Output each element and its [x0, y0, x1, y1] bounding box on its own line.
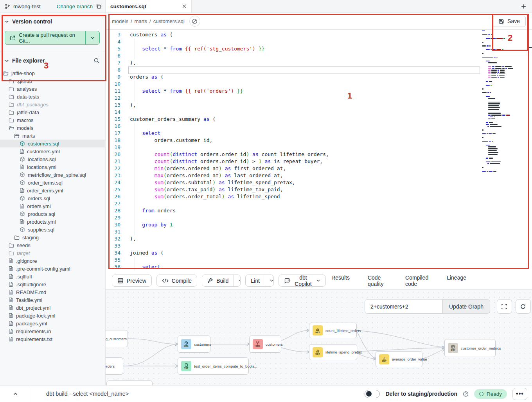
tree-item-requirements-in[interactable]: requirements.in: [0, 327, 105, 335]
save-button[interactable]: Save: [492, 16, 526, 27]
code-line[interactable]: [130, 123, 532, 130]
code-line[interactable]: sum(orders.tax_paid) as lifetime_tax_pai…: [130, 186, 532, 193]
tab-close-icon[interactable]: [182, 4, 187, 9]
more-options-button[interactable]: •••: [512, 388, 527, 400]
tree-item-locations-sql[interactable]: locations.sql: [0, 155, 105, 163]
tab-lineage[interactable]: Lineage: [446, 269, 467, 292]
code-line[interactable]: customer_orders_summary as (: [130, 116, 532, 123]
tab-compiled-code[interactable]: Compiled code: [404, 269, 430, 292]
code-line[interactable]: select * from {{ ref('orders') }}: [130, 88, 532, 95]
code-line[interactable]: [130, 81, 532, 88]
lineage-node-customer-order-metrics[interactable]: QRYcustomer_order_metrics: [444, 339, 496, 357]
code-line[interactable]: [130, 66, 532, 74]
tree-item-analyses[interactable]: analyses: [0, 85, 105, 93]
tab-customers-sql[interactable]: customers.sql: [106, 0, 192, 13]
version-control-header[interactable]: Version control: [5, 18, 100, 25]
update-graph-button[interactable]: Update Graph: [442, 300, 490, 313]
code-lines[interactable]: customers as ( select * from {{ ref('stg…: [123, 30, 532, 271]
tree-item-products-yml[interactable]: products.yml: [0, 218, 105, 226]
code-line[interactable]: sum(orders.subtotal) as lifetime_spend_p…: [130, 179, 532, 186]
dbt-copilot-button[interactable]: dbt Copilot: [279, 275, 326, 287]
code-line[interactable]: [130, 95, 532, 102]
tree-item-jaffle-shop[interactable]: jaffle-shop: [0, 69, 105, 77]
tab-results[interactable]: Results: [331, 269, 350, 292]
code-editor[interactable]: 2345678910111213141516171819202122232425…: [106, 30, 532, 272]
refresh-button[interactable]: [516, 299, 531, 314]
preview-button[interactable]: Preview: [112, 275, 152, 287]
tree-item-requirements-txt[interactable]: requirements.txt: [0, 335, 105, 343]
fullscreen-button[interactable]: [497, 299, 512, 314]
editor-minimap[interactable]: [482, 31, 515, 195]
code-line[interactable]: [130, 228, 532, 235]
lineage-node-count-lifetime-orders[interactable]: METcount_lifetime_orders: [309, 323, 357, 338]
build-dropdown-caret[interactable]: [234, 275, 241, 286]
lineage-node-lifetime-spend-pretax[interactable]: METlifetime_spend_pretax: [309, 344, 357, 360]
code-line[interactable]: orders.customer_id,: [130, 137, 532, 144]
code-line[interactable]: ),: [130, 59, 532, 66]
cli-command-text[interactable]: dbt build --select <model_name>: [46, 391, 129, 397]
code-line[interactable]: [130, 109, 532, 116]
compile-button[interactable]: Compile: [156, 275, 197, 287]
search-icon[interactable]: [93, 57, 100, 64]
code-line[interactable]: min(orders.ordered_at) as first_ordered_…: [130, 165, 532, 172]
lint-button[interactable]: Lint: [246, 275, 265, 286]
code-line[interactable]: [130, 52, 532, 59]
tree-item-locations-yml[interactable]: locations.yml: [0, 163, 105, 171]
tree-item-packages-yml[interactable]: packages.yml: [0, 319, 105, 327]
tree-item-products-sql[interactable]: products.sql: [0, 210, 105, 218]
tree-item-orders-sql[interactable]: orders.sql: [0, 194, 105, 202]
tree-item-readme-md[interactable]: README.md: [0, 288, 105, 296]
tree-item-metricflow-time-spine-sql[interactable]: metricflow_time_spine.sql: [0, 171, 105, 179]
lineage-node-stg-customers[interactable]: MDLstg_customers: [106, 330, 128, 347]
tree-item-taskfile-yml[interactable]: Taskfile.yml: [0, 296, 105, 304]
copilot-dropdown-caret[interactable]: [316, 278, 320, 283]
tree-item-order-items-sql[interactable]: order_items.sql: [0, 179, 105, 187]
change-branch-link[interactable]: Change branch: [57, 4, 93, 9]
create-pull-request-button[interactable]: Create a pull request on Git...: [5, 31, 100, 45]
help-circle-icon[interactable]: [463, 391, 469, 397]
code-line[interactable]: customers as (: [130, 31, 532, 38]
tree-item-seeds[interactable]: seeds: [0, 241, 105, 249]
lineage-panel[interactable]: Update Graph MDLstg_customersMDLordersMD…: [106, 290, 532, 385]
tree-item-macros[interactable]: macros: [0, 116, 105, 124]
tree-item-marts[interactable]: marts: [0, 132, 105, 140]
tree-item-customers-sql[interactable]: customers.sql: [0, 140, 105, 147]
code-line[interactable]: sum(orders.order_total) as lifetime_spen…: [130, 193, 532, 200]
file-explorer-header[interactable]: File explorer: [0, 52, 105, 67]
copy-icon[interactable]: [96, 4, 101, 9]
docs-circle-slash-icon[interactable]: [189, 16, 200, 27]
defer-toggle[interactable]: [365, 390, 380, 398]
tree-item--pre-commit-config-yaml[interactable]: .pre-commit-config.yaml: [0, 265, 105, 273]
pr-dropdown-caret[interactable]: [85, 31, 99, 44]
code-line[interactable]: [130, 257, 532, 264]
tree-item-target[interactable]: target: [0, 249, 105, 257]
code-line[interactable]: select * from {{ ref('stg_customers') }}: [130, 45, 532, 52]
tree-item-customers-yml[interactable]: customers.yml: [0, 147, 105, 155]
tree-item--gitignore[interactable]: .gitignore: [0, 257, 105, 265]
code-line[interactable]: [130, 214, 532, 221]
lineage-node-orders[interactable]: MDLorders: [106, 357, 123, 375]
code-line[interactable]: select: [130, 130, 532, 137]
build-button[interactable]: Build: [202, 275, 234, 286]
lineage-node-customers[interactable]: SEMcustomers: [249, 336, 281, 353]
breadcrumb-marts[interactable]: marts: [135, 18, 147, 24]
code-line[interactable]: from orders: [130, 207, 532, 214]
code-line[interactable]: ),: [130, 235, 532, 242]
tree-item-jaffle-data[interactable]: jaffle-data: [0, 108, 105, 116]
code-line[interactable]: joined as (: [130, 249, 532, 257]
code-line[interactable]: count(distinct orders.order_id) > 1 as i…: [130, 158, 532, 165]
tree-item-data-tests[interactable]: data-tests: [0, 93, 105, 100]
code-line[interactable]: group by 1: [130, 221, 532, 228]
code-line[interactable]: [130, 38, 532, 45]
tree-item-models[interactable]: models: [0, 124, 105, 132]
code-line[interactable]: [130, 144, 532, 151]
lint-dropdown-caret[interactable]: [265, 275, 274, 286]
lineage-node[interactable]: [106, 380, 153, 385]
lineage-selector-input[interactable]: [365, 300, 442, 313]
code-line[interactable]: [130, 200, 532, 207]
tree-item-dbt-packages[interactable]: dbt_packages: [0, 100, 105, 108]
code-line[interactable]: orders as (: [130, 74, 532, 81]
tree-item--sqlfluffignore[interactable]: .sqlfluffignore: [0, 280, 105, 288]
tree-item-supplies-sql[interactable]: supplies.sql: [0, 226, 105, 233]
collapse-caret-icon[interactable]: [0, 386, 31, 402]
